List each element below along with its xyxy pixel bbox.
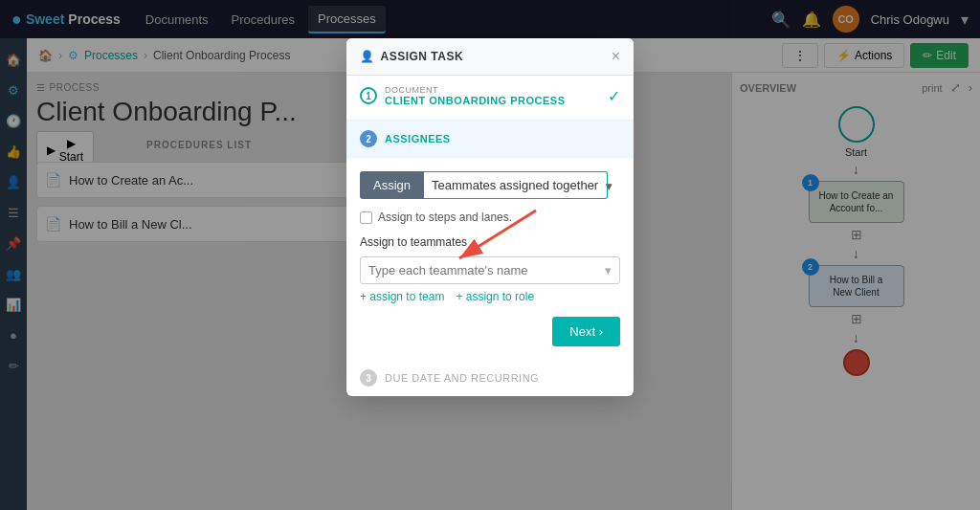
teammate-input[interactable] bbox=[368, 263, 605, 277]
modal-header: 👤 ASSIGN TASK × bbox=[346, 38, 634, 76]
assign-select[interactable]: Teammates assigned together Assign separ… bbox=[424, 171, 608, 199]
modal-overlay: 👤 ASSIGN TASK × 1 DOCUMENT CLIENT ONBOAR… bbox=[0, 0, 980, 510]
teammate-input-wrapper: ▾ bbox=[360, 256, 620, 284]
step-1-check-icon: ✓ bbox=[608, 87, 620, 105]
next-button-row: Next › bbox=[360, 317, 620, 346]
assign-button[interactable]: Assign bbox=[360, 171, 424, 199]
assign-task-icon: 👤 bbox=[360, 50, 375, 63]
assign-steps-label: Assign to steps and lanes. bbox=[378, 211, 512, 224]
step-1-small-label: DOCUMENT bbox=[385, 85, 566, 95]
step-1: 1 DOCUMENT CLIENT ONBOARDING PROCESS ✓ bbox=[346, 76, 634, 121]
assign-row: Assign Teammates assigned together Assig… bbox=[360, 171, 620, 199]
assignees-content: Assign Teammates assigned together Assig… bbox=[346, 158, 634, 360]
assign-to-role-link[interactable]: assign to role bbox=[456, 290, 534, 303]
step-2-num: 2 bbox=[360, 130, 377, 147]
step-3: 3 DUE DATE AND RECURRING bbox=[346, 360, 634, 396]
next-button[interactable]: Next › bbox=[552, 317, 620, 346]
modal-title-text: ASSIGN TASK bbox=[381, 50, 464, 63]
modal-close-button[interactable]: × bbox=[612, 48, 620, 65]
step-2: 2 ASSIGNEES bbox=[346, 121, 634, 158]
step-1-header: 1 DOCUMENT CLIENT ONBOARDING PROCESS ✓ bbox=[360, 85, 620, 106]
modal-title: 👤 ASSIGN TASK bbox=[360, 50, 463, 63]
step-3-label: DUE DATE AND RECURRING bbox=[385, 372, 539, 384]
assign-select-wrapper: Teammates assigned together Assign separ… bbox=[424, 171, 620, 199]
teammates-label: Assign to teammates bbox=[360, 235, 620, 249]
step-1-labels: DOCUMENT CLIENT ONBOARDING PROCESS bbox=[385, 85, 566, 106]
step-2-big-label: ASSIGNEES bbox=[385, 133, 451, 144]
step-3-header: 3 DUE DATE AND RECURRING bbox=[360, 369, 620, 387]
next-label: Next › bbox=[569, 324, 603, 339]
assign-links: assign to team assign to role bbox=[360, 290, 620, 303]
step-2-header: 2 ASSIGNEES bbox=[360, 130, 620, 147]
assign-steps-checkbox-row: Assign to steps and lanes. bbox=[360, 211, 620, 224]
step-3-num: 3 bbox=[360, 369, 377, 387]
step-1-num: 1 bbox=[360, 87, 377, 104]
assign-to-team-link[interactable]: assign to team bbox=[360, 290, 444, 303]
teammate-dropdown-icon: ▾ bbox=[605, 263, 612, 277]
step-1-big-label: CLIENT ONBOARDING PROCESS bbox=[385, 95, 566, 106]
assign-steps-checkbox[interactable] bbox=[360, 211, 372, 224]
assign-task-modal: 👤 ASSIGN TASK × 1 DOCUMENT CLIENT ONBOAR… bbox=[346, 38, 634, 396]
